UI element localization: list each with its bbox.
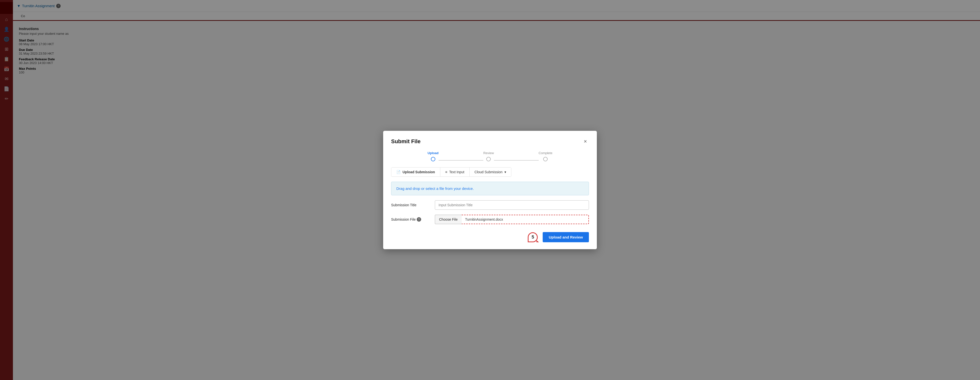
file-name-display: TurnitinAssignment.docx <box>462 215 589 224</box>
step-upload-circle <box>431 157 435 162</box>
dropzone[interactable]: Drag and drop or select a file from your… <box>391 182 589 195</box>
tab-text-input[interactable]: ≡ Text Input <box>440 168 469 176</box>
progress-stepper: Upload Review Complete <box>391 151 589 162</box>
tab-cloud-submission[interactable]: Cloud Submission ▾ <box>469 168 511 176</box>
choose-file-button[interactable]: Choose File <box>435 215 462 224</box>
step-complete-circle <box>543 157 548 162</box>
submission-file-label: Submission File ? <box>391 217 431 222</box>
modal-tab-bar: 📄 Upload Submission ≡ Text Input Cloud S… <box>391 167 511 177</box>
submit-file-modal: Submit File × Upload Review Complete 📄 <box>383 131 597 249</box>
modal-header: Submit File × <box>391 138 589 145</box>
text-input-label: Text Input <box>449 170 465 174</box>
cloud-submission-label: Cloud Submission <box>475 170 503 174</box>
modal-footer: 5 Upload and Review <box>391 232 589 242</box>
upload-and-review-button[interactable]: Upload and Review <box>542 232 589 242</box>
file-input-row: Choose File TurnitinAssignment.docx <box>435 215 589 224</box>
tab-upload-submission[interactable]: 📄 Upload Submission <box>391 168 440 176</box>
upload-submission-label: Upload Submission <box>402 170 435 174</box>
step-number: 5 <box>531 234 534 240</box>
step-upload-label: Upload <box>428 151 439 155</box>
step-review-label: Review <box>483 151 494 155</box>
step-complete-label: Complete <box>539 151 553 155</box>
cloud-submission-dropdown-icon: ▾ <box>504 170 506 174</box>
submission-file-row: Submission File ? Choose File TurnitinAs… <box>391 215 589 224</box>
step-line-2 <box>494 160 539 161</box>
step-review: Review <box>483 151 494 162</box>
submission-file-help-icon[interactable]: ? <box>417 217 421 222</box>
step-review-circle <box>486 157 491 162</box>
step-upload: Upload <box>428 151 439 162</box>
submission-title-row: Submission Title <box>391 200 589 210</box>
text-input-icon: ≡ <box>445 170 447 174</box>
submission-title-label: Submission Title <box>391 203 431 207</box>
step-complete: Complete <box>539 151 553 162</box>
upload-submission-icon: 📄 <box>396 170 401 174</box>
dropzone-text: Drag and drop or select a file from your… <box>396 187 474 191</box>
step-line-1 <box>439 160 483 161</box>
submission-title-input[interactable] <box>435 200 589 210</box>
modal-overlay: Submit File × Upload Review Complete 📄 <box>0 0 980 380</box>
step-number-badge: 5 <box>528 232 538 242</box>
close-button[interactable]: × <box>582 138 589 145</box>
modal-title: Submit File <box>391 138 421 145</box>
